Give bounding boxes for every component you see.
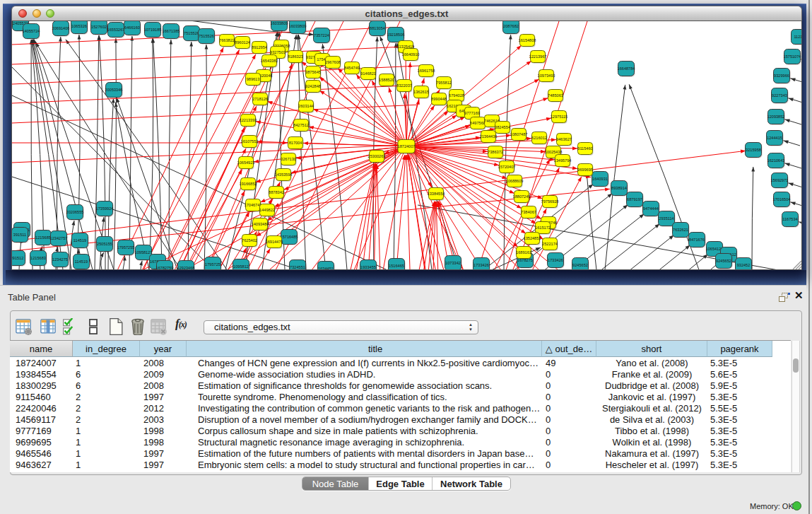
svg-text:7625402: 7625402 xyxy=(242,238,257,243)
svg-text:3215958: 3215958 xyxy=(746,148,761,152)
svg-text:1215685: 1215685 xyxy=(35,235,51,240)
svg-text:8960124: 8960124 xyxy=(235,40,250,45)
svg-text:10688609: 10688609 xyxy=(506,179,524,183)
svg-text:7632621: 7632621 xyxy=(673,228,688,232)
svg-text:17046745: 17046745 xyxy=(245,203,262,207)
svg-text:2087682: 2087682 xyxy=(503,24,519,28)
svg-text:114519: 114519 xyxy=(73,238,86,243)
svg-text:19218506: 19218506 xyxy=(387,33,405,37)
svg-text:7515526: 7515526 xyxy=(184,31,199,35)
svg-text:16782759: 16782759 xyxy=(156,266,174,270)
svg-text:12975115: 12975115 xyxy=(551,115,567,119)
svg-text:10973493: 10973493 xyxy=(538,74,555,78)
svg-text:8427512: 8427512 xyxy=(293,123,309,127)
svg-text:1234275: 1234275 xyxy=(52,257,68,262)
svg-text:9245652: 9245652 xyxy=(716,259,731,263)
svg-text:16033809: 16033809 xyxy=(289,24,307,28)
svg-text:1527602: 1527602 xyxy=(91,25,107,29)
svg-text:1640931: 1640931 xyxy=(592,177,608,181)
svg-text:14093484: 14093484 xyxy=(252,222,269,226)
svg-text:8186323: 8186323 xyxy=(288,54,303,59)
svg-text:7384067: 7384067 xyxy=(521,210,536,214)
svg-text:6466160: 6466160 xyxy=(124,25,140,30)
svg-text:989613: 989613 xyxy=(247,77,260,81)
svg-text:25300263: 25300263 xyxy=(368,154,386,158)
svg-text:8454749: 8454749 xyxy=(344,66,360,70)
svg-text:16543382: 16543382 xyxy=(261,59,278,63)
svg-text:8322037: 8322037 xyxy=(396,83,412,88)
svg-text:16107552: 16107552 xyxy=(241,139,259,144)
svg-text:1689161: 1689161 xyxy=(516,250,531,255)
svg-text:1215683: 1215683 xyxy=(30,256,46,260)
svg-text:15716485: 15716485 xyxy=(281,235,298,239)
svg-text:1634451: 1634451 xyxy=(318,267,334,270)
svg-text:20053346: 20053346 xyxy=(105,88,123,92)
svg-text:12093852: 12093852 xyxy=(767,115,785,119)
svg-text:13495794: 13495794 xyxy=(554,158,572,163)
svg-text:817004: 817004 xyxy=(289,141,302,145)
svg-text:6497568: 6497568 xyxy=(470,121,486,125)
svg-text:2522174: 2522174 xyxy=(542,242,558,246)
svg-text:3824554: 3824554 xyxy=(495,125,510,129)
svg-text:10025438: 10025438 xyxy=(545,150,563,154)
svg-text:21364436: 21364436 xyxy=(480,134,498,139)
svg-text:13524851: 13524851 xyxy=(524,236,541,240)
svg-text:9327503: 9327503 xyxy=(270,50,286,54)
svg-text:10807487: 10807487 xyxy=(510,132,528,136)
svg-text:6216012: 6216012 xyxy=(531,136,547,140)
svg-text:7324551: 7324551 xyxy=(290,265,305,269)
svg-text:1362615: 1362615 xyxy=(413,90,429,94)
svg-text:10719185: 10719185 xyxy=(144,28,162,32)
svg-text:9777169: 9777169 xyxy=(464,111,480,115)
svg-text:932452: 932452 xyxy=(737,263,751,267)
svg-text:19166852: 19166852 xyxy=(240,182,257,186)
svg-text:17016504: 17016504 xyxy=(773,197,791,201)
svg-text:1588520: 1588520 xyxy=(379,78,394,82)
svg-text:20206555: 20206555 xyxy=(66,210,84,214)
svg-text:114519: 114519 xyxy=(75,259,88,264)
svg-text:15720407: 15720407 xyxy=(498,165,516,169)
svg-text:1449822: 1449822 xyxy=(259,208,275,212)
svg-text:2718126: 2718126 xyxy=(252,97,268,101)
svg-text:1095812: 1095812 xyxy=(233,264,249,269)
svg-text:16210643: 16210643 xyxy=(767,158,785,163)
svg-text:1933455: 1933455 xyxy=(360,265,376,269)
svg-text:8990448: 8990448 xyxy=(431,97,447,101)
svg-text:8813054: 8813054 xyxy=(370,26,385,30)
svg-text:1795725: 1795725 xyxy=(205,262,220,267)
svg-text:79756928: 79756928 xyxy=(541,199,559,204)
svg-text:14353594: 14353594 xyxy=(275,173,293,177)
svg-text:18724007: 18724007 xyxy=(398,144,416,148)
svg-text:16553267: 16553267 xyxy=(107,28,125,32)
svg-text:17957255: 17957255 xyxy=(117,245,135,250)
svg-text:8471676: 8471676 xyxy=(689,238,705,242)
svg-text:6794028: 6794028 xyxy=(449,93,464,98)
svg-text:13384554: 13384554 xyxy=(428,192,445,196)
svg-text:2505155: 2505155 xyxy=(97,242,112,246)
svg-text:12923468: 12923468 xyxy=(177,266,195,270)
svg-text:1244415: 1244415 xyxy=(767,136,782,140)
svg-text:2603144: 2603144 xyxy=(298,104,314,108)
svg-text:1516465: 1516465 xyxy=(389,264,404,268)
svg-text:1073342: 1073342 xyxy=(445,261,461,265)
svg-text:20691406: 20691406 xyxy=(52,26,70,30)
svg-text:16033809: 16033809 xyxy=(271,21,288,25)
svg-text:1167534: 1167534 xyxy=(782,217,797,221)
svg-text:9115460: 9115460 xyxy=(577,146,592,151)
svg-text:16961758: 16961758 xyxy=(418,69,435,73)
svg-text:2935114: 2935114 xyxy=(659,216,673,221)
svg-text:10654923: 10654923 xyxy=(237,160,255,165)
svg-text:16640910: 16640910 xyxy=(402,52,420,57)
svg-text:8878342: 8878342 xyxy=(269,190,284,194)
svg-text:7386372: 7386372 xyxy=(488,150,503,154)
svg-text:8938914: 8938914 xyxy=(611,186,627,190)
svg-text:7955812: 7955812 xyxy=(436,81,452,85)
svg-text:9245652: 9245652 xyxy=(572,263,588,267)
svg-text:6879197: 6879197 xyxy=(627,197,642,201)
svg-text:14055724: 14055724 xyxy=(23,29,40,33)
svg-text:1733426: 1733426 xyxy=(473,263,489,267)
svg-text:391511: 391511 xyxy=(13,233,26,237)
svg-text:2967608: 2967608 xyxy=(325,60,341,64)
svg-text:7515526: 7515526 xyxy=(199,34,214,38)
svg-text:16914479: 16914479 xyxy=(266,240,283,244)
